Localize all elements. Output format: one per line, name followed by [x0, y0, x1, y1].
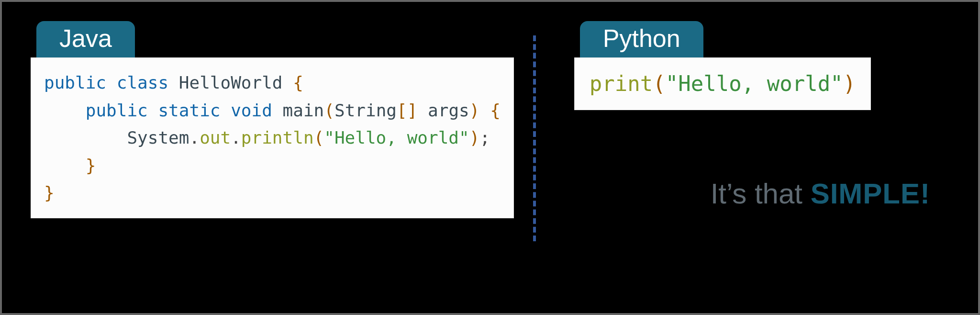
columns: Java public class HelloWorld { public st…: [31, 21, 949, 299]
java-semicolon: ;: [479, 128, 490, 147]
java-badge: Java: [36, 21, 135, 57]
tagline-prefix: It’s that: [711, 178, 811, 210]
java-brackets: []: [397, 101, 417, 120]
java-println: println: [241, 128, 314, 147]
python-column: Python print("Hello, world") It’s that S…: [536, 21, 949, 210]
java-arg-name: args: [428, 101, 469, 120]
java-code-block: public class HelloWorld { public static …: [31, 57, 514, 218]
java-kw-void: void: [231, 101, 272, 120]
python-code-block: print("Hello, world"): [574, 57, 871, 110]
tagline: It’s that SIMPLE!: [711, 177, 949, 210]
java-open-brace: {: [293, 73, 303, 92]
java-fn-main: main: [283, 101, 324, 120]
java-kw-class: class: [117, 73, 168, 92]
python-badge: Python: [580, 21, 703, 57]
java-open-brace2: {: [490, 101, 501, 120]
java-out: out: [200, 128, 231, 147]
java-close-brace: }: [86, 156, 96, 175]
java-string: "Hello, world": [324, 128, 469, 147]
java-column: Java public class HelloWorld { public st…: [31, 21, 533, 218]
java-arg-type: String: [334, 101, 397, 120]
python-fn-print: print: [590, 71, 653, 96]
java-system: System: [127, 128, 189, 147]
java-kw-static: static: [158, 101, 220, 120]
tagline-suffix: !: [920, 178, 930, 210]
java-kw-public2: public: [86, 101, 148, 120]
tagline-emph: SIMPLE: [811, 178, 920, 210]
python-open-paren: (: [653, 71, 666, 96]
java-kw-public: public: [44, 73, 106, 92]
java-close-paren2: ): [469, 128, 480, 147]
java-close-paren: ): [469, 101, 480, 120]
java-dot2: .: [231, 128, 241, 147]
java-open-paren: (: [324, 101, 334, 120]
python-string: "Hello, world": [666, 71, 843, 96]
java-close-brace2: }: [44, 183, 55, 202]
python-close-paren: ): [843, 71, 856, 96]
comparison-slide: Java public class HelloWorld { public st…: [0, 0, 980, 315]
java-dot: .: [189, 128, 200, 147]
java-class-name: HelloWorld: [179, 73, 283, 92]
java-open-paren2: (: [314, 128, 324, 147]
